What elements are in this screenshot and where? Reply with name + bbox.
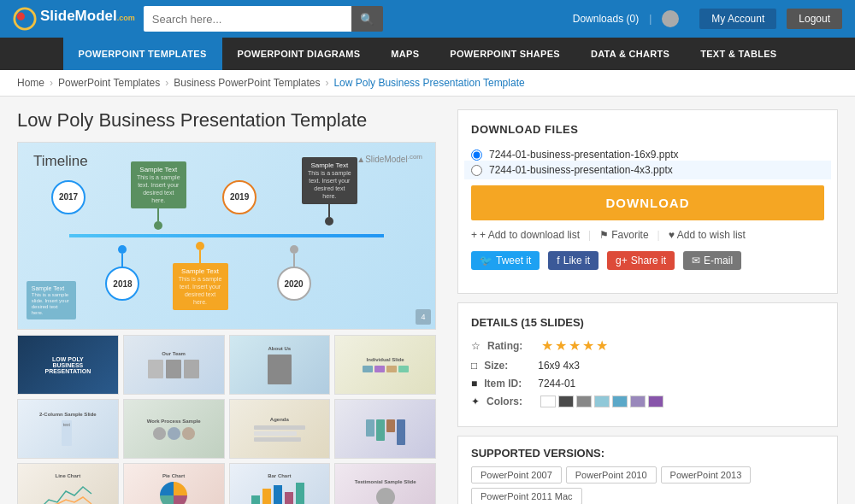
- header-right: Downloads (0) | My Account Logout: [573, 9, 842, 29]
- twitter-icon: 🐦: [480, 255, 492, 267]
- color-swatch-dark: [558, 396, 574, 407]
- id-icon: ■: [471, 378, 477, 390]
- svg-rect-8: [296, 483, 304, 504]
- size-value: 16x9 4x3: [538, 360, 580, 372]
- like-button[interactable]: f Like it: [548, 251, 598, 270]
- facebook-icon: f: [557, 255, 559, 267]
- nav-item-shapes[interactable]: POWERPOINT SHAPES: [434, 38, 575, 70]
- main-preview[interactable]: Timeline ▲SlideModel.com 2017 Sample Tex…: [17, 142, 436, 330]
- download-title: DOWNLOAD FILES: [471, 123, 824, 136]
- version-tag-2[interactable]: PowerPoint 2013: [661, 466, 752, 483]
- file-radio-1[interactable]: [471, 149, 482, 161]
- search-form: 🔍: [144, 6, 383, 32]
- logout-button[interactable]: Logout: [787, 9, 842, 29]
- svg-rect-6: [274, 485, 282, 504]
- downloads-label[interactable]: Downloads (0): [573, 13, 639, 25]
- thumbnail-10[interactable]: Pie Chart: [123, 463, 225, 504]
- main-nav: POWERPOINT TEMPLATES POWERPOINT DIAGRAMS…: [0, 38, 855, 70]
- svg-rect-5: [262, 489, 271, 504]
- wishlist-link[interactable]: ♥ Add to wish list: [669, 229, 746, 241]
- color-swatch-purple-light: [630, 396, 646, 407]
- nav-item-diagrams[interactable]: POWERPOINT DIAGRAMS: [222, 38, 376, 70]
- breadcrumb-business[interactable]: Business PowerPoint Templates: [174, 77, 320, 89]
- page-title: Low Poly Business Presentation Template: [17, 109, 436, 132]
- avatar: [662, 10, 679, 27]
- color-swatch-purple: [648, 396, 663, 407]
- file-label-2[interactable]: 7244-01-business-presentation-4x3.pptx: [489, 164, 673, 176]
- left-column: Low Poly Business Presentation Template …: [17, 109, 436, 504]
- email-button[interactable]: ✉ E-mail: [683, 251, 741, 270]
- plus-icon: +: [471, 229, 477, 241]
- thumbnail-8[interactable]: [334, 399, 436, 459]
- breadcrumb-home[interactable]: Home: [17, 77, 44, 89]
- action-links: + + Add to download list | ⚑ Favorite | …: [471, 229, 824, 241]
- details-title: DETAILS (15 SLIDES): [471, 316, 824, 329]
- item-id-row: ■ Item ID: 7244-01: [471, 378, 824, 390]
- version-tag-1[interactable]: PowerPoint 2010: [566, 466, 657, 483]
- color-swatch-white: [540, 396, 556, 407]
- breadcrumb-current: Low Poly Business Presentation Template: [333, 77, 524, 89]
- versions-title: Supported Versions:: [471, 447, 824, 460]
- versions-section: Supported Versions: PowerPoint 2007 Powe…: [457, 436, 838, 504]
- bookmark-icon: ⚑: [599, 229, 609, 241]
- colors-row: ✦ Colors:: [471, 396, 824, 407]
- share-button[interactable]: g+ Share it: [607, 251, 675, 270]
- thumbnail-9[interactable]: Line Chart: [17, 463, 119, 504]
- thumbnail-1[interactable]: LOW POLYBUSINESSPRESENTATION: [17, 335, 119, 395]
- thumbnails-grid: LOW POLYBUSINESSPRESENTATION Our Team Ab…: [17, 335, 436, 504]
- logo[interactable]: SlideModel.com: [13, 7, 135, 31]
- nav-item-data-charts[interactable]: DATA & CHARTS: [575, 38, 685, 70]
- download-section: DOWNLOAD FILES 7244-01-business-presenta…: [457, 109, 838, 294]
- email-icon: ✉: [692, 255, 700, 267]
- nav-item-templates[interactable]: POWERPOINT TEMPLATES: [63, 38, 222, 70]
- right-column: DOWNLOAD FILES 7244-01-business-presenta…: [457, 109, 838, 504]
- thumbnail-5[interactable]: 2-Column Sample Slide text: [17, 399, 119, 459]
- star-icon: ☆: [471, 340, 481, 352]
- svg-point-0: [15, 9, 35, 29]
- search-button[interactable]: 🔍: [351, 6, 383, 32]
- svg-point-1: [17, 13, 25, 21]
- rating-row: ☆ Rating: ★★★★★: [471, 337, 824, 354]
- header: SlideModel.com 🔍 Downloads (0) | My Acco…: [0, 0, 855, 38]
- main-content: Low Poly Business Presentation Template …: [0, 97, 855, 504]
- file-radio-2[interactable]: [471, 165, 482, 176]
- color-swatches: [540, 396, 663, 407]
- add-to-list-link[interactable]: + + Add to download list: [471, 229, 580, 241]
- svg-rect-4: [251, 495, 260, 504]
- size-row: □ Size: 16x9 4x3: [471, 360, 824, 372]
- thumbnail-2[interactable]: Our Team: [123, 335, 225, 395]
- thumbnail-3[interactable]: About Us: [229, 335, 331, 395]
- file-option-2[interactable]: 7244-01-business-presentation-4x3.pptx: [464, 161, 831, 179]
- download-button[interactable]: DOWNLOAD: [471, 185, 824, 220]
- svg-point-2: [26, 18, 32, 24]
- my-account-button[interactable]: My Account: [699, 9, 776, 29]
- versions-list: PowerPoint 2007 PowerPoint 2010 PowerPoi…: [471, 466, 824, 504]
- star-rating: ★★★★★: [541, 337, 610, 354]
- item-id-value: 7244-01: [538, 378, 575, 390]
- version-tag-0[interactable]: PowerPoint 2007: [471, 466, 562, 483]
- tweet-button[interactable]: 🐦 Tweet it: [471, 251, 540, 270]
- nav-item-maps[interactable]: MAPS: [375, 38, 434, 70]
- color-swatch-blue: [612, 396, 628, 407]
- file-label-1[interactable]: 7244-01-business-presentation-16x9.pptx: [489, 149, 678, 161]
- gplus-icon: g+: [616, 255, 628, 267]
- thumbnail-7[interactable]: Agenda: [229, 399, 331, 459]
- color-swatch-gray: [576, 396, 592, 407]
- favorite-link[interactable]: ⚑ Favorite: [599, 229, 648, 241]
- svg-rect-7: [285, 492, 293, 504]
- heart-icon: ♥: [669, 229, 675, 241]
- version-tag-3[interactable]: PowerPoint 2011 Mac: [471, 488, 582, 504]
- thumbnail-12[interactable]: Testimonial Sample Slide: [334, 463, 436, 504]
- search-input[interactable]: [144, 6, 351, 32]
- breadcrumb-templates[interactable]: PowerPoint Templates: [58, 77, 160, 89]
- colors-icon: ✦: [471, 396, 480, 407]
- thumbnail-11[interactable]: Bar Chart: [229, 463, 331, 504]
- social-links: 🐦 Tweet it f Like it g+ Share it ✉ E-mai…: [471, 251, 824, 270]
- thumbnail-6[interactable]: Work Process Sample: [123, 399, 225, 459]
- logo-text: SlideModel.com: [40, 8, 135, 31]
- nav-item-text-tables[interactable]: TEXT & TABLES: [685, 38, 792, 70]
- thumbnail-4[interactable]: Individual Slide: [334, 335, 436, 395]
- breadcrumb: Home › PowerPoint Templates › Business P…: [0, 70, 855, 97]
- slide-preview: Timeline ▲SlideModel.com 2017 Sample Tex…: [18, 143, 435, 329]
- size-icon: □: [471, 360, 477, 372]
